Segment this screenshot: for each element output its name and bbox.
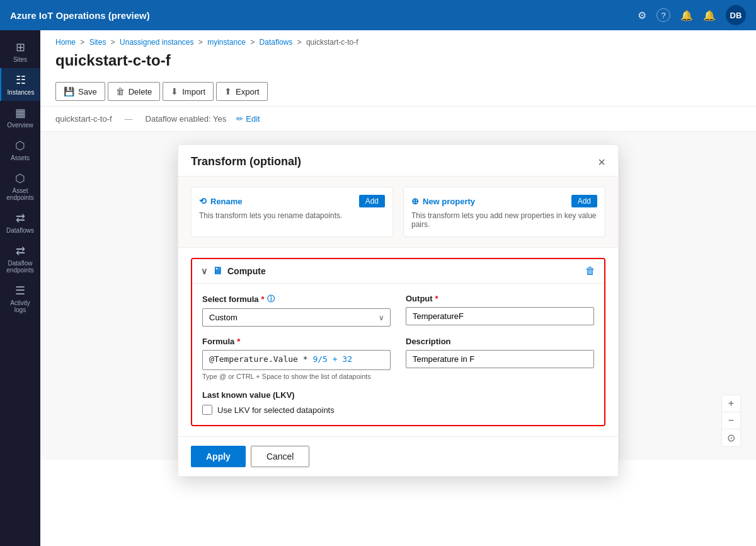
lkv-section: Last known value (LKV) Use LKV for selec… [202,390,594,415]
cancel-button[interactable]: Cancel [251,446,310,467]
breadcrumb-sep-3: > [198,38,205,47]
compute-title: Compute [227,266,266,276]
sidebar-item-label-activity-logs: Activitylogs [10,299,30,313]
delete-icon: 🗑 [116,86,125,96]
rename-add-button[interactable]: Add [359,195,385,207]
save-label: Save [78,87,97,96]
new-property-add-button[interactable]: Add [571,195,597,207]
zoom-controls: + − ⊙ [721,395,741,447]
description-field: Description [406,337,594,380]
formula-highlight: 9/5 + 32 [312,354,352,364]
canvas-background: + − ⊙ Transform (optional) × [40,132,756,460]
sidebar-item-label-asset-endpoints: Assetendpoints [6,187,33,201]
formula-label: Formula * [202,337,391,346]
compute-collapse-chevron[interactable]: ∨ [201,266,207,276]
sidebar-item-asset-endpoints[interactable]: ⬡ Assetendpoints [0,166,40,206]
toolbar: 💾 Save 🗑 Delete ⬇ Import ⬆ Export [40,77,756,107]
apply-button[interactable]: Apply [191,446,246,467]
dataflows-icon: ⇄ [16,211,25,225]
formula-select[interactable]: Custom [202,308,391,327]
breadcrumb-myinstance[interactable]: myinstance [207,38,246,47]
select-formula-info-icon[interactable]: ⓘ [267,294,275,305]
transform-cards-row: ⟲ Rename Add This transform lets you ren… [178,177,618,248]
modal-close-button[interactable]: × [598,156,605,168]
formula-display[interactable]: @Temperature.Value * 9/5 + 32 [202,350,391,370]
import-button[interactable]: ⬇ Import [163,82,214,101]
tab-flow-name: quickstart-c-to-f [55,112,112,126]
dataflow-endpoints-icon: ⇄ [16,244,25,258]
asset-endpoints-icon: ⬡ [15,171,25,185]
zoom-reset-button[interactable]: ⊙ [722,429,740,446]
delete-button[interactable]: 🗑 Delete [108,82,161,101]
overview-icon: ▦ [15,106,26,120]
sidebar-item-assets[interactable]: ⬡ Assets [0,134,40,166]
export-button[interactable]: ⬆ Export [216,82,268,101]
new-property-card: ⊕ New property Add This transform lets y… [403,187,605,237]
page-content: + − ⊙ Transform (optional) × [40,132,756,460]
import-label: Import [182,87,205,96]
compute-header-left: ∨ 🖥 Compute [201,265,266,277]
sites-icon: ⊞ [16,40,25,54]
topbar-icons: ⚙ ? 🔔 🔔 DB [638,5,746,25]
main-layout: ⊞ Sites ☷ Instances ▦ Overview ⬡ Assets … [0,30,756,546]
lkv-label: Last known value (LKV) [202,390,594,400]
compute-delete-icon[interactable]: 🗑 [585,265,595,277]
rename-card: ⟲ Rename Add This transform lets you ren… [191,187,393,237]
sidebar-item-sites[interactable]: ⊞ Sites [0,35,40,68]
page-title: quickstart-c-to-f [40,49,756,77]
assets-icon: ⬡ [15,139,25,153]
sidebar-item-dataflows[interactable]: ⇄ Dataflows [0,206,40,239]
output-field: Output * [406,294,594,327]
sidebar-item-label-assets: Assets [11,154,30,161]
breadcrumb-sites[interactable]: Sites [89,38,106,47]
sidebar-item-label-instances: Instances [8,89,35,96]
select-formula-field: Select formula * ⓘ Custom [202,294,391,327]
alert-icon[interactable]: 🔔 [703,9,716,21]
output-input[interactable] [406,307,594,325]
breadcrumb-sep-5: > [297,38,304,47]
breadcrumb-home[interactable]: Home [55,38,76,47]
instances-icon: ☷ [16,73,26,87]
output-required: * [435,294,438,303]
edit-button[interactable]: ✏ Edit [236,114,260,124]
sidebar-item-overview[interactable]: ▦ Overview [0,101,40,134]
sidebar-item-activity-logs[interactable]: ☰ Activitylogs [0,279,40,318]
compute-header-icon: 🖥 [212,265,222,277]
sidebar-item-label-sites: Sites [13,56,27,63]
new-property-icon: ⊕ [411,196,419,206]
activity-logs-icon: ☰ [15,284,25,298]
sidebar-item-label-overview: Overview [7,122,33,129]
zoom-out-button[interactable]: − [722,412,740,429]
rename-card-header: ⟲ Rename Add [199,195,385,207]
content-area: Home > Sites > Unassigned instances > my… [40,30,756,546]
lkv-checkbox-label[interactable]: Use LKV for selected datapoints [217,405,335,415]
help-icon[interactable]: ? [656,8,670,22]
sidebar-item-instances[interactable]: ☷ Instances [0,68,40,101]
breadcrumb-dataflows[interactable]: Dataflows [260,38,293,47]
formula-required: * [237,337,240,346]
dataflow-enabled-label: Dataflow enabled: Yes [146,114,227,124]
zoom-in-button[interactable]: + [722,395,740,412]
avatar[interactable]: DB [726,5,746,25]
notifications-icon[interactable]: 🔔 [680,9,693,21]
lkv-checkbox[interactable] [202,405,212,415]
transform-modal: Transform (optional) × ⟲ Rename [178,144,619,477]
modal-title: Transform (optional) [191,155,301,168]
save-button[interactable]: 💾 Save [55,82,105,101]
description-label: Description [406,337,594,346]
settings-icon[interactable]: ⚙ [638,9,646,21]
sidebar-item-dataflow-endpoints[interactable]: ⇄ Dataflowendpoints [0,239,40,279]
breadcrumb-current: quickstart-c-to-f [306,38,358,47]
breadcrumb-unassigned-instances[interactable]: Unassigned instances [120,38,193,47]
breadcrumb-sep-2: > [111,38,117,47]
description-input[interactable] [406,350,594,368]
breadcrumb-sep-4: > [250,38,256,47]
app-title: Azure IoT Operations (preview) [10,10,638,21]
select-formula-required: * [261,294,265,304]
select-formula-label: Select formula * ⓘ [202,294,391,305]
tab-bar: quickstart-c-to-f — Dataflow enabled: Ye… [40,107,756,132]
compute-section: ∨ 🖥 Compute 🗑 [191,258,605,426]
topbar: Azure IoT Operations (preview) ⚙ ? 🔔 🔔 D… [0,0,756,30]
formula-field: Formula * @Temperature.Value * 9/5 + 32 … [202,337,391,380]
new-property-card-title: ⊕ New property [411,196,475,206]
